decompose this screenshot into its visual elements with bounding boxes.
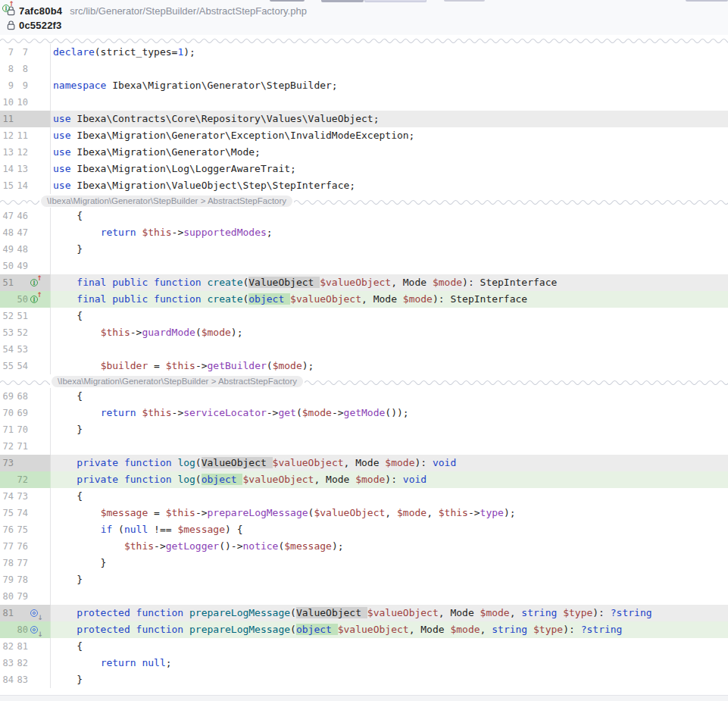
- code-line[interactable]: return $this->supportedModes;: [50, 224, 728, 241]
- code-line[interactable]: declare(strict_types=1);: [50, 44, 728, 61]
- code-line[interactable]: use Ibexa\Migration\Generator\Exception\…: [50, 127, 728, 144]
- code-line[interactable]: protected function prepareLogMessage(obj…: [50, 621, 728, 638]
- commit-row-2: 0c5522f3: [6, 18, 728, 33]
- code-token: [53, 227, 101, 238]
- gutter: 8281: [0, 638, 50, 655]
- line-number-before: 49: [2, 241, 14, 258]
- gutter: 11: [0, 111, 50, 127]
- collapsed-region-separator: [0, 35, 728, 44]
- code-line[interactable]: {: [50, 488, 728, 505]
- lock-icon: [6, 20, 16, 30]
- code-line[interactable]: {: [50, 208, 728, 224]
- changed-word: object: [248, 293, 290, 305]
- code-token: ): StepInterface: [462, 277, 557, 288]
- diff-line: 8382 return null;: [0, 655, 728, 671]
- line-number-before: 74: [2, 488, 14, 505]
- code-line[interactable]: private function log(object $valueObject…: [50, 471, 728, 488]
- code-token: use: [53, 130, 77, 141]
- collapsed-region-wave: [0, 36, 728, 43]
- code-line[interactable]: }: [50, 421, 728, 438]
- code-token: protected function: [77, 607, 189, 618]
- commit-hash-1[interactable]: 7afc80b4: [19, 5, 62, 17]
- changed-word: ValueObject: [296, 607, 367, 618]
- line-number-before: 55: [2, 358, 14, 374]
- code-line[interactable]: [50, 438, 728, 455]
- diff-line: 72 private function log(object $valueObj…: [0, 471, 728, 488]
- top-edge-remnant: [321, 0, 364, 2]
- collapsed-region-breadcrumb[interactable]: \Ibexa\Migration\Generator\StepBuilder >…: [52, 376, 303, 387]
- code-token: ());: [385, 407, 408, 418]
- implements-method-icon[interactable]: I↑: [2, 3, 14, 14]
- implements-method-icon[interactable]: I↑: [30, 294, 42, 305]
- code-line[interactable]: [50, 94, 728, 111]
- code-token: type: [480, 507, 504, 518]
- code-line[interactable]: return null;: [50, 655, 728, 671]
- gutter-icon-slot: [28, 77, 45, 94]
- method-overridden-icon[interactable]: ↓: [30, 608, 42, 618]
- code-token: ->: [195, 507, 208, 518]
- diff-line: 7069 return $this->serviceLocator->get($…: [0, 405, 728, 421]
- code-line[interactable]: [50, 258, 728, 274]
- gutter: 6968: [0, 388, 50, 405]
- code-token: , Mode: [361, 293, 403, 305]
- gutter-icon-slot: [28, 655, 45, 671]
- code-line[interactable]: $message = $this->prepareLogMessage($val…: [50, 505, 728, 521]
- diff-line: 4847 return $this->supportedModes;: [0, 224, 728, 241]
- code-line[interactable]: }: [50, 671, 728, 688]
- code-line[interactable]: {: [50, 638, 728, 655]
- code-line[interactable]: use Ibexa\Contracts\Core\Repository\Valu…: [50, 111, 728, 127]
- code-token: ):: [592, 607, 610, 618]
- gutter-icon-slot: ↓: [28, 605, 45, 621]
- code-token: ):: [563, 624, 580, 635]
- diff-line: 73 private function log(ValueObject $val…: [0, 455, 728, 471]
- code-token: use: [53, 180, 77, 191]
- code-line[interactable]: }: [50, 555, 728, 571]
- method-overridden-icon[interactable]: ↓: [30, 624, 42, 635]
- code-line[interactable]: protected function prepareLogMessage(Val…: [50, 605, 728, 621]
- code-line[interactable]: use Ibexa\Migration\Log\LoggerAwareTrait…: [50, 161, 728, 177]
- line-number-after: 76: [16, 538, 28, 555]
- code-line[interactable]: $this->getLogger()->notice($message);: [50, 538, 728, 555]
- code-line[interactable]: [50, 61, 728, 77]
- diff-line: 50I↑ final public function create(object…: [0, 291, 728, 308]
- line-number-after: 78: [16, 571, 28, 588]
- gutter: 4847: [0, 224, 50, 241]
- gutter-icon-slot: [28, 161, 45, 177]
- code-line[interactable]: }: [50, 241, 728, 258]
- gutter: 1211: [0, 127, 50, 144]
- code-line[interactable]: $builder = $this->getBuilder($mode);: [50, 358, 728, 374]
- code-line[interactable]: if (null !== $message) {: [50, 521, 728, 538]
- collapsed-region-breadcrumb[interactable]: \Ibexa\Migration\Generator\StepBuilder >…: [41, 196, 292, 207]
- line-number-before: 78: [2, 555, 14, 571]
- line-number-after: 82: [16, 655, 28, 671]
- code-line[interactable]: return $this->serviceLocator->get($mode-…: [50, 405, 728, 421]
- gutter-icon-slot: I↑: [28, 291, 45, 308]
- code-line[interactable]: $this->guardMode($mode);: [50, 324, 728, 341]
- code-line[interactable]: final public function create(ValueObject…: [50, 274, 728, 291]
- code-token: (strict_types=: [95, 46, 178, 58]
- gutter-icon-slot: [28, 341, 45, 358]
- line-number-after: 14: [16, 177, 28, 194]
- code-line[interactable]: {: [50, 308, 728, 324]
- collapsed-region-wave: [294, 198, 728, 205]
- code-token: notice: [242, 540, 278, 552]
- code-line[interactable]: [50, 341, 728, 358]
- diff-line: 88: [0, 61, 728, 77]
- code-token: $this: [124, 540, 154, 552]
- code-line[interactable]: use Ibexa\Migration\Generator\Mode;: [50, 144, 728, 161]
- line-number-after: 74: [16, 505, 28, 521]
- line-number-after: 51: [16, 308, 28, 324]
- code-token: ,: [385, 507, 397, 518]
- code-line[interactable]: [50, 588, 728, 605]
- code-line[interactable]: namespace Ibexa\Migration\Generator\Step…: [50, 77, 728, 94]
- code-line[interactable]: private function log(ValueObject $valueO…: [50, 455, 728, 471]
- code-line[interactable]: use Ibexa\Migration\ValueObject\Step\Ste…: [50, 177, 728, 194]
- code-line[interactable]: {: [50, 388, 728, 405]
- code-token: $mode: [397, 507, 426, 518]
- implements-method-icon[interactable]: I↑: [30, 277, 42, 288]
- code-line[interactable]: }: [50, 571, 728, 588]
- commit-hash-2[interactable]: 0c5522f3: [19, 20, 62, 31]
- code-token: ->: [154, 540, 166, 552]
- code-token: namespace: [53, 80, 112, 91]
- code-line[interactable]: final public function create(object $val…: [50, 291, 728, 308]
